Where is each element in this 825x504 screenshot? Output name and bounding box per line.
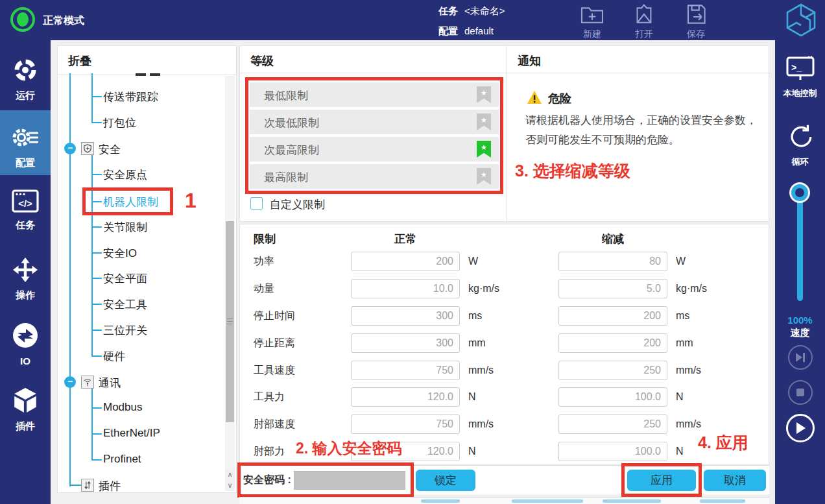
task-row: 任务<未命名>	[438, 5, 505, 18]
loop-label: 循环	[775, 156, 825, 168]
bottom-action-bar: 安全密码 : 锁定 应用 取消	[239, 465, 769, 494]
step-forward-button[interactable]	[788, 345, 813, 370]
sidebar-item-task[interactable]: </> 任务	[0, 184, 51, 232]
tree-item-packing[interactable]: 打包位	[103, 115, 136, 130]
open-task-label: 打开	[623, 29, 665, 40]
tree-scrollbar[interactable]: ∧ ∨	[225, 76, 235, 491]
warning-title: 危险	[548, 91, 571, 106]
limit-row-label: 肘部力	[254, 442, 285, 461]
speed-slider-handle[interactable]	[791, 184, 808, 201]
tree-item-safety[interactable]: 安全	[99, 142, 121, 157]
lock-button[interactable]: 锁定	[416, 470, 475, 491]
annotation-box-step4	[621, 463, 702, 497]
limits-table-panel: 限制 正常 缩减 功率 W W 动量 kg·m/s kg·m/s 停止时间 ms…	[239, 224, 769, 465]
col-header-limit: 限制	[254, 232, 276, 246]
brand-logo-icon	[785, 3, 817, 40]
unit-label: mm/s	[676, 361, 701, 380]
tree-item-profinet[interactable]: Profinet	[103, 453, 141, 466]
tree-trunk-line	[69, 73, 71, 486]
custom-limit-label: 自定义限制	[270, 197, 325, 212]
tree-item-three-position-switch[interactable]: 三位开关	[103, 323, 147, 338]
reduced-stop-distance-input[interactable]	[558, 333, 667, 353]
col-header-reduced: 缩减	[558, 232, 667, 246]
tree-panel-title[interactable]: 折叠	[58, 46, 236, 75]
move-arrows-icon	[12, 274, 38, 285]
normal-tool-force-input[interactable]	[351, 387, 460, 407]
sidebar-item-plugin[interactable]: 插件	[0, 381, 51, 433]
reduced-momentum-input[interactable]	[558, 279, 667, 298]
annotation-step4: 4. 应用	[698, 432, 748, 453]
tree-branch-line	[91, 73, 93, 123]
custom-limit-checkbox[interactable]	[250, 197, 263, 210]
tree-item-communication[interactable]: 通讯	[99, 376, 121, 390]
play-button[interactable]	[786, 414, 815, 442]
config-row: 配置default	[438, 25, 494, 38]
tree-item-safety-plane[interactable]: 安全平面	[103, 271, 147, 286]
reduced-tool-speed-input[interactable]	[558, 361, 667, 380]
reduced-stop-time-input[interactable]	[558, 306, 667, 326]
top-bar: 正常模式 任务<未命名> 配置default 新建 打开 保存	[0, 0, 825, 40]
sidebar-item-config[interactable]: 配置	[0, 110, 51, 175]
local-control-terminal-icon: >_	[786, 73, 815, 84]
normal-elbow-speed-input[interactable]	[351, 414, 460, 434]
unit-label: mm/s	[676, 414, 701, 434]
sidebar-item-io[interactable]: IO	[0, 317, 51, 366]
stop-button[interactable]	[788, 380, 813, 405]
annotation-step1: 1	[185, 189, 197, 213]
scroll-up-icon[interactable]: ∧	[225, 469, 235, 480]
reduced-elbow-force-input[interactable]	[558, 442, 667, 461]
unit-label: mm	[468, 333, 486, 353]
tree-item-modbus[interactable]: Modbus	[103, 401, 142, 414]
tree-stub	[91, 304, 102, 305]
new-task-button[interactable]: 新建	[571, 4, 613, 40]
tree-item-conveyor[interactable]: 传送带跟踪	[103, 90, 158, 104]
unit-label: mm/s	[468, 361, 494, 380]
tree-item-ethernet-ip[interactable]: EtherNet/IP	[103, 427, 160, 440]
tree-item-plugin[interactable]: 插件	[99, 479, 121, 492]
annotation-step2: 2. 输入安全密码	[296, 438, 402, 459]
reduced-elbow-speed-input[interactable]	[558, 414, 667, 434]
sidebar-item-task-label: 任务	[0, 219, 51, 232]
normal-momentum-input[interactable]	[351, 279, 460, 298]
tree-stub	[91, 278, 102, 279]
local-control-button[interactable]: >_ 本地控制	[775, 56, 825, 99]
tree-item-joint-limits[interactable]: 关节限制	[103, 220, 147, 235]
open-task-button[interactable]: 打开	[623, 4, 665, 40]
shield-plus-icon	[81, 142, 94, 155]
tree-stub	[69, 485, 81, 486]
save-task-button[interactable]: 保存	[675, 4, 717, 40]
svg-text:</>: </>	[18, 198, 32, 209]
normal-stop-time-input[interactable]	[351, 306, 460, 326]
tree-stub	[91, 252, 102, 254]
config-gear-icon	[10, 141, 40, 152]
unit-label: N	[676, 387, 684, 407]
tree-stub	[91, 96, 102, 97]
normal-tool-speed-input[interactable]	[351, 361, 460, 380]
collapse-minus-icon[interactable]: −	[64, 376, 76, 388]
unit-label: mm/s	[468, 414, 494, 434]
new-task-label: 新建	[571, 29, 613, 40]
unit-label: ms	[676, 306, 689, 326]
normal-stop-distance-input[interactable]	[351, 333, 460, 353]
loop-button[interactable]: 循环	[775, 123, 825, 168]
tree-item-safety-io[interactable]: 安全IO	[103, 246, 137, 261]
right-control-sidebar: >_ 本地控制 循环 100% 速度	[775, 40, 825, 504]
reduced-power-input[interactable]	[558, 252, 667, 271]
tree-item-safety-home[interactable]: 安全原点	[103, 167, 147, 182]
cancel-button[interactable]: 取消	[704, 470, 766, 491]
reduced-tool-force-input[interactable]	[558, 387, 667, 407]
scroll-down-icon[interactable]: ∨	[225, 480, 235, 491]
tree-stub	[91, 330, 102, 331]
speed-slider-track[interactable]	[797, 189, 803, 301]
tree-item-safety-tool[interactable]: 安全工具	[103, 297, 147, 312]
collapse-minus-icon[interactable]: −	[64, 143, 76, 154]
warning-triangle-icon	[527, 90, 542, 107]
unit-label: W	[468, 252, 478, 271]
sidebar-item-operate[interactable]: 操作	[0, 252, 51, 302]
tree-scrollbar-thumb[interactable]	[226, 221, 234, 422]
level-notice-band: 等级 最低限制 ★ 次最低限制 ★ 次最高限制 ★ 最高限制 ★ 自定义限制 通…	[239, 45, 769, 222]
limit-row-label: 停止距离	[254, 333, 295, 353]
normal-power-input[interactable]	[351, 252, 460, 271]
sidebar-item-run[interactable]: 运行	[0, 52, 51, 102]
tree-item-hardware[interactable]: 硬件	[103, 349, 125, 364]
